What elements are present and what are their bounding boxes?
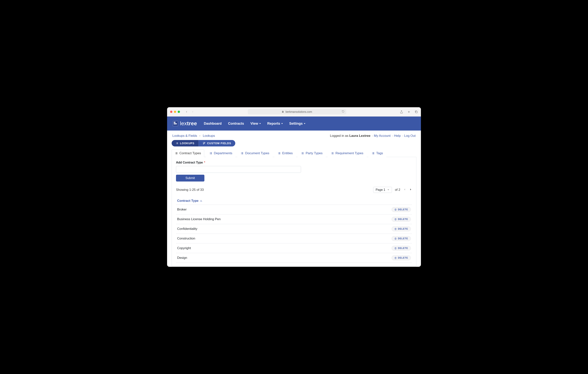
delete-button[interactable]: DELETE: [392, 255, 411, 260]
svg-rect-56: [201, 200, 201, 201]
svg-rect-15: [176, 153, 177, 153]
page-select[interactable]: Page 1: [373, 187, 392, 193]
delete-button[interactable]: DELETE: [392, 217, 411, 222]
back-button[interactable]: [185, 110, 188, 113]
list-icon: [209, 152, 212, 155]
window-controls: [170, 111, 180, 113]
nav-settings[interactable]: Settings: [289, 122, 305, 126]
chevron-down-icon: [259, 123, 261, 124]
tab-panel: Add Contract Type* Submit Showing 1-25 o…: [172, 157, 416, 267]
svg-rect-3: [416, 111, 417, 113]
tab-custom-fields[interactable]: Custom Fields: [199, 140, 235, 147]
window-close-button[interactable]: [170, 111, 172, 113]
trash-icon: [394, 208, 397, 211]
lookup-tab-tags[interactable]: Tags: [368, 149, 386, 157]
svg-marker-55: [200, 201, 201, 201]
svg-rect-29: [278, 152, 278, 153]
user-name: Laura Lextree: [349, 134, 370, 138]
lookup-tab-label: Departments: [214, 151, 232, 155]
delete-button[interactable]: DELETE: [392, 246, 411, 251]
logo-text: lextree: [180, 120, 197, 127]
list-icon: [241, 152, 244, 155]
prev-page-button[interactable]: [403, 188, 406, 192]
svg-rect-38: [302, 152, 304, 153]
chevron-down-icon: [387, 188, 389, 192]
lookup-tab-contract-types[interactable]: Contract Types: [172, 149, 204, 157]
delete-label: DELETE: [398, 227, 408, 230]
chevron-down-icon: [304, 123, 305, 124]
svg-rect-30: [278, 153, 278, 153]
browser-window: berkmansolutions.com lextree: [167, 107, 421, 267]
lookup-tab-requirement-types[interactable]: Requirement Types: [328, 149, 367, 157]
tabs-icon[interactable]: [415, 110, 418, 114]
new-tab-icon[interactable]: [407, 110, 410, 114]
svg-rect-13: [175, 154, 176, 154]
svg-rect-12: [175, 153, 176, 153]
svg-rect-9: [177, 144, 178, 144]
delete-button[interactable]: DELETE: [392, 226, 411, 231]
add-contract-type-input[interactable]: [176, 166, 301, 173]
page-of-text: of 2: [395, 188, 400, 192]
svg-marker-54: [410, 189, 411, 190]
lookup-tab-entities[interactable]: Entities: [274, 149, 296, 157]
svg-rect-37: [302, 154, 302, 154]
delete-button[interactable]: DELETE: [392, 207, 411, 212]
delete-label: DELETE: [398, 218, 408, 221]
svg-rect-23: [241, 152, 242, 153]
row-name: Construction: [177, 237, 392, 240]
svg-rect-17: [210, 152, 210, 153]
breadcrumb-root[interactable]: Lookups & Fields: [172, 134, 197, 138]
row-name: Copyright: [177, 246, 392, 250]
svg-rect-6: [176, 144, 177, 144]
list-icon: [331, 152, 334, 155]
lookup-tab-document-types[interactable]: Document Types: [237, 149, 273, 157]
window-maximize-button[interactable]: [178, 111, 180, 113]
window-minimize-button[interactable]: [174, 111, 176, 113]
help-link[interactable]: Help: [394, 134, 401, 138]
browser-chrome: berkmansolutions.com: [167, 107, 421, 117]
row-name: Business License Holding Pen: [177, 217, 392, 221]
list-icon: [278, 152, 281, 155]
trash-icon: [394, 247, 397, 249]
share-icon[interactable]: [400, 110, 403, 114]
column-header-contract-type[interactable]: Contract Type: [176, 197, 412, 205]
nav-reports[interactable]: Reports: [267, 122, 283, 126]
nav-contracts[interactable]: Contracts: [228, 122, 244, 126]
url-text: berkmansolutions.com: [285, 110, 312, 113]
lookup-tab-party-types[interactable]: Party Types: [298, 149, 326, 157]
table-row: ConfidentialityDELETE: [176, 224, 412, 234]
delete-button[interactable]: DELETE: [392, 236, 411, 241]
submit-button[interactable]: Submit: [176, 175, 204, 182]
lookup-tabs: Contract TypesDepartmentsDocument TypesE…: [172, 149, 416, 157]
address-bar[interactable]: berkmansolutions.com: [248, 109, 346, 114]
lookup-tab-departments[interactable]: Departments: [206, 149, 235, 157]
my-account-link[interactable]: My Account: [374, 134, 391, 138]
required-mark: *: [204, 161, 205, 164]
svg-rect-31: [278, 154, 278, 154]
svg-rect-42: [332, 153, 332, 153]
logo[interactable]: lextree: [173, 120, 197, 127]
svg-rect-28: [242, 154, 243, 154]
next-page-button[interactable]: [409, 188, 412, 192]
svg-rect-22: [210, 154, 212, 154]
nav-view[interactable]: View: [251, 122, 261, 126]
app-navbar: lextree Dashboard Contracts View Reports…: [167, 117, 421, 130]
log-out-link[interactable]: Log Out: [404, 134, 416, 138]
sort-asc-icon: [200, 200, 202, 202]
delete-label: DELETE: [398, 208, 408, 211]
nav-dashboard[interactable]: Dashboard: [204, 122, 222, 126]
svg-rect-40: [302, 154, 304, 154]
svg-rect-34: [279, 154, 280, 154]
breadcrumb-current[interactable]: Lookups: [203, 134, 215, 138]
reload-icon[interactable]: [342, 110, 344, 114]
tab-lookups[interactable]: Lookups: [172, 140, 199, 147]
svg-rect-19: [210, 154, 210, 154]
svg-rect-4: [176, 142, 177, 143]
delete-label: DELETE: [398, 237, 408, 240]
table-row: DesignDELETE: [176, 253, 412, 263]
forward-button[interactable]: [191, 110, 194, 113]
svg-marker-53: [404, 189, 405, 190]
svg-rect-25: [241, 154, 242, 154]
list-icon: [372, 152, 375, 155]
svg-rect-51: [373, 153, 374, 153]
